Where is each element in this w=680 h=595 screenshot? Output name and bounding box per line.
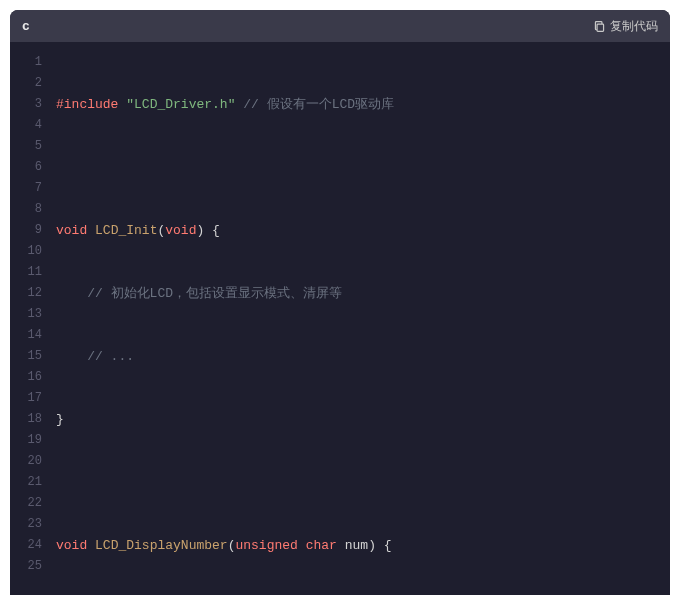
code-body: 1234567891011121314151617181920212223242…	[10, 42, 670, 595]
line-number: 9	[10, 220, 42, 241]
line-number: 24	[10, 535, 42, 556]
code-line: #include "LCD_Driver.h" // 假设有一个LCD驱动库	[56, 94, 658, 115]
code-content[interactable]: #include "LCD_Driver.h" // 假设有一个LCD驱动库 v…	[56, 52, 670, 595]
line-number: 4	[10, 115, 42, 136]
line-number: 12	[10, 283, 42, 304]
line-number: 10	[10, 241, 42, 262]
line-number: 22	[10, 493, 42, 514]
line-number: 5	[10, 136, 42, 157]
line-number: 3	[10, 94, 42, 115]
line-number: 18	[10, 409, 42, 430]
code-block: c 复制代码 123456789101112131415161718192021…	[10, 10, 670, 595]
code-header: c 复制代码	[10, 10, 670, 42]
line-number: 19	[10, 430, 42, 451]
copy-icon	[593, 20, 606, 33]
code-line: void LCD_DisplayNumber(unsigned char num…	[56, 535, 658, 556]
code-line: void LCD_Init(void) {	[56, 220, 658, 241]
line-number: 6	[10, 157, 42, 178]
line-number: 7	[10, 178, 42, 199]
line-number: 20	[10, 451, 42, 472]
line-number: 8	[10, 199, 42, 220]
line-number: 23	[10, 514, 42, 535]
line-number: 14	[10, 325, 42, 346]
code-language-label: c	[22, 19, 30, 34]
line-number: 16	[10, 367, 42, 388]
line-number: 25	[10, 556, 42, 577]
copy-code-label: 复制代码	[610, 18, 658, 35]
line-number: 1	[10, 52, 42, 73]
line-number: 21	[10, 472, 42, 493]
code-line	[56, 157, 658, 178]
line-number: 2	[10, 73, 42, 94]
line-number: 11	[10, 262, 42, 283]
code-line	[56, 472, 658, 493]
code-line: // 初始化LCD，包括设置显示模式、清屏等	[56, 283, 658, 304]
code-line: // ...	[56, 346, 658, 367]
line-number-gutter: 1234567891011121314151617181920212223242…	[10, 52, 56, 595]
line-number: 15	[10, 346, 42, 367]
line-number: 17	[10, 388, 42, 409]
code-line: }	[56, 409, 658, 430]
copy-code-button[interactable]: 复制代码	[593, 18, 658, 35]
svg-rect-0	[597, 24, 604, 31]
line-number: 13	[10, 304, 42, 325]
